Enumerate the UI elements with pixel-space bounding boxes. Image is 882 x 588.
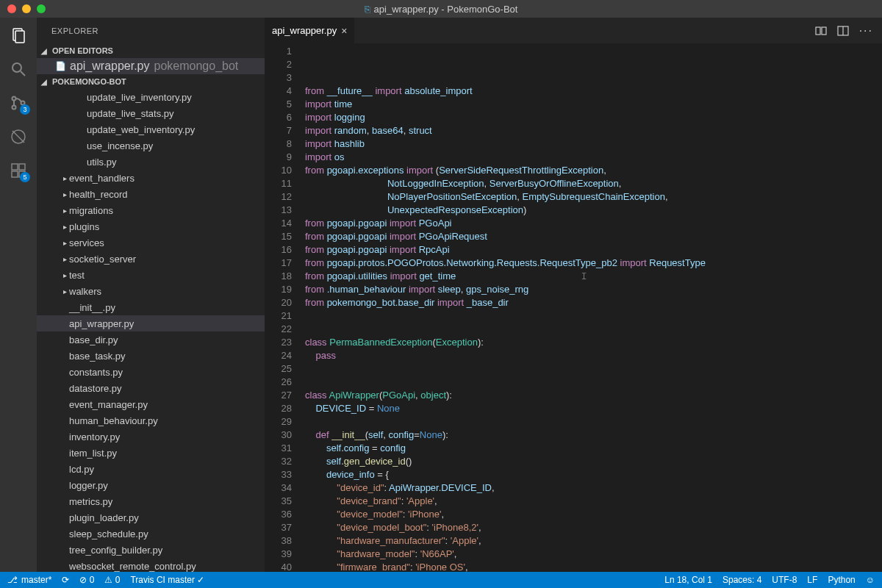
code-line[interactable]: UnexpectedResponseException) [305,204,871,217]
code-line[interactable]: "hardware_model": 'N66AP', [305,548,871,561]
code-line[interactable]: "firmware_brand": 'iPhone OS', [305,561,871,572]
tree-file[interactable]: websocket_remote_control.py [37,558,265,572]
code-line[interactable]: from pgoapi.pgoapi import RpcApi [305,243,871,257]
indentation[interactable]: Spaces: 4 [723,575,761,585]
code-line[interactable]: import logging [305,111,871,124]
code-line[interactable] [305,323,871,336]
close-icon[interactable]: × [341,25,347,37]
tree-folder[interactable]: ▸socketio_server [37,251,265,267]
code-line[interactable]: from __future__ import absolute_import [305,85,871,98]
tree-file[interactable]: tree_config_builder.py [37,542,265,558]
code-editor[interactable]: 1234567891011121314151617181920212223242… [265,43,882,572]
cursor-position[interactable]: Ln 18, Col 1 [664,575,712,585]
code-line[interactable]: from pgoapi.pgoapi import PGoApiRequest [305,230,871,243]
open-editor-item[interactable]: 📄 api_wrapper.py pokemongo_bot [37,58,265,74]
code-line[interactable]: "hardware_manufacturer": 'Apple', [305,534,871,548]
code-line[interactable]: import time [305,98,871,111]
travis-status[interactable]: Travis CI master ✓ [130,575,204,585]
tree-file[interactable]: update_live_inventory.py [37,89,265,105]
encoding[interactable]: UTF-8 [772,575,797,585]
explorer-icon[interactable] [8,25,29,46]
tree-file[interactable]: plugin_loader.py [37,509,265,526]
feedback-icon[interactable]: ☺ [866,575,875,585]
maximize-window-icon[interactable] [37,4,46,13]
tree-folder[interactable]: ▸services [37,234,265,251]
search-icon[interactable] [8,59,29,79]
tree-folder[interactable]: ▸health_record [37,186,265,202]
code-line[interactable]: "device_model": 'iPhone', [305,508,871,521]
code-line[interactable]: DEVICE_ID = None [305,402,871,415]
git-branch[interactable]: ⎇master* [7,575,51,585]
tree-file[interactable]: utils.py [37,154,265,170]
code-line[interactable]: def __init__(self, config=None): [305,429,871,442]
chevron-right-icon: ▸ [60,174,69,182]
tree-file[interactable]: constants.py [37,364,265,380]
code-line[interactable]: class ApiWrapper(PGoApi, object): [305,389,871,402]
code-line[interactable]: class PermaBannedException(Exception): [305,336,871,349]
tree-file[interactable]: metrics.py [37,493,265,509]
tree-folder[interactable]: ▸walkers [37,283,265,299]
tree-file[interactable]: base_task.py [37,348,265,364]
code-line[interactable]: device_info = { [305,468,871,481]
eol[interactable]: LF [807,575,817,585]
tree-file[interactable]: event_manager.py [37,396,265,412]
code-line[interactable]: self.config = config [305,442,871,455]
tree-file[interactable]: sleep_schedule.py [37,526,265,542]
code-line[interactable]: self.gen_device_id() [305,455,871,468]
sync-button[interactable]: ⟳ [62,575,69,585]
tree-folder[interactable]: ▸plugins [37,218,265,234]
tree-file[interactable]: __init__.py [37,299,265,315]
tree-label: constants.py [69,367,123,378]
problems-errors[interactable]: ⊘ 0 [79,575,94,585]
open-editors-header[interactable]: ◢ OPEN EDITORS [37,43,265,58]
tree-file[interactable]: update_live_stats.py [37,105,265,121]
code-line[interactable]: from pgoapi.protos.POGOProtos.Networking… [305,257,871,270]
tree-file[interactable]: lcd.py [37,461,265,477]
file-tree[interactable]: update_live_inventory.pyupdate_live_stat… [37,89,265,572]
tree-folder[interactable]: ▸event_handlers [37,170,265,186]
code-line[interactable]: from pgoapi.pgoapi import PGoApi [305,217,871,230]
tree-file[interactable]: use_incense.py [37,137,265,154]
tree-file[interactable]: logger.py [37,477,265,493]
extensions-icon[interactable]: 5 [8,160,29,181]
folder-header[interactable]: ◢ POKEMONGO-BOT [37,74,265,89]
code-line[interactable]: pass [305,349,871,362]
code-line[interactable]: from .human_behaviour import sleep, gps_… [305,283,871,296]
code-line[interactable]: from pgoapi.exceptions import (ServerSid… [305,164,871,177]
compare-icon[interactable] [815,25,827,37]
tree-folder[interactable]: ▸migrations [37,202,265,218]
code-line[interactable] [305,415,871,429]
tree-file[interactable]: base_dir.py [37,331,265,348]
code-line[interactable]: NotLoggedInException, ServerBusyOrOfflin… [305,177,871,190]
code-line[interactable]: "device_id": ApiWrapper.DEVICE_ID, [305,481,871,495]
tree-folder[interactable]: ▸test [37,267,265,283]
code-lines[interactable]: 𝙸 from __future__ import absolute_import… [305,43,871,572]
tree-file[interactable]: inventory.py [37,429,265,445]
code-line[interactable]: "device_brand": 'Apple', [305,495,871,508]
minimap[interactable] [871,43,882,572]
tab-api-wrapper[interactable]: api_wrapper.py × [265,18,355,43]
code-line[interactable] [305,309,871,323]
scm-icon[interactable]: 3 [8,93,29,113]
code-line[interactable] [305,362,871,376]
more-icon[interactable]: ··· [859,24,873,37]
code-line[interactable]: from pgoapi.utilities import get_time [305,270,871,283]
code-line[interactable]: NoPlayerPositionSetException, EmptySubre… [305,190,871,204]
code-line[interactable]: import hashlib [305,137,871,151]
problems-warnings[interactable]: ⚠ 0 [104,575,120,585]
tree-file[interactable]: item_list.py [37,445,265,461]
code-line[interactable]: import os [305,151,871,164]
close-window-icon[interactable] [7,4,16,13]
tree-file[interactable]: update_web_inventory.py [37,121,265,137]
language-mode[interactable]: Python [828,575,855,585]
minimize-window-icon[interactable] [22,4,31,13]
code-line[interactable] [305,376,871,389]
tree-file[interactable]: api_wrapper.py [37,315,265,331]
debug-icon[interactable] [8,126,29,147]
tree-file[interactable]: datastore.py [37,380,265,396]
split-icon[interactable] [837,25,849,37]
code-line[interactable]: import random, base64, struct [305,124,871,137]
code-line[interactable]: "device_model_boot": 'iPhone8,2', [305,521,871,534]
tree-file[interactable]: human_behaviour.py [37,412,265,429]
code-line[interactable]: from pokemongo_bot.base_dir import _base… [305,296,871,309]
